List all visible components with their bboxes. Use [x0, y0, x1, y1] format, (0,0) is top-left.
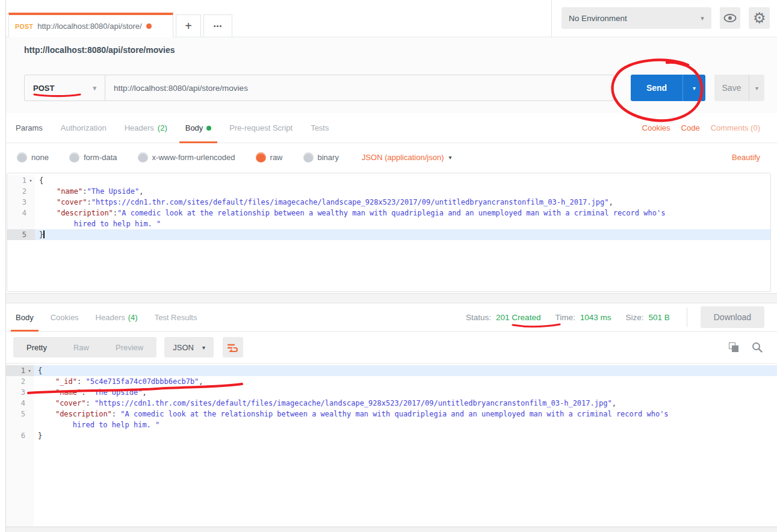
- response-format-selector[interactable]: JSON ▾: [164, 337, 214, 357]
- cookies-link[interactable]: Cookies: [642, 123, 670, 132]
- body-mode-row: none form-data x-www-form-urlencoded raw…: [6, 143, 777, 172]
- chevron-down-icon: ▾: [448, 154, 451, 161]
- download-button[interactable]: Download: [701, 306, 764, 328]
- code-line[interactable]: 6}: [6, 430, 777, 441]
- wrap-lines-icon: [228, 343, 238, 352]
- response-tab-test-results[interactable]: Test Results: [155, 303, 197, 332]
- view-raw[interactable]: Raw: [60, 337, 102, 357]
- code-text: }: [34, 430, 777, 441]
- code-line[interactable]: 3 "cover":"https://cdn1.thr.com/sites/de…: [7, 197, 770, 208]
- response-tab-headers[interactable]: Headers(4): [96, 303, 138, 332]
- request-body-editor[interactable]: 1▾{2 "name":"The Upside",3 "cover":"http…: [7, 173, 771, 292]
- url-input[interactable]: [105, 75, 614, 101]
- environment-area: No Environment ▾ ⚙: [551, 0, 777, 37]
- view-pretty[interactable]: Pretty: [13, 337, 60, 357]
- content-type-label: JSON (application/json): [362, 153, 444, 162]
- mode-binary[interactable]: binary: [303, 152, 339, 162]
- code-line[interactable]: hired to help him. ": [6, 419, 777, 430]
- code-text: "cover": "https://cdn1.thr.com/sites/def…: [34, 398, 777, 409]
- code-link[interactable]: Code: [681, 123, 700, 132]
- mode-none[interactable]: none: [17, 152, 49, 162]
- tab-params[interactable]: Params: [16, 113, 43, 143]
- line-number: 3: [6, 387, 34, 398]
- response-toolbar: Pretty Raw Preview JSON ▾: [6, 332, 777, 363]
- code-line[interactable]: 5}: [7, 229, 770, 240]
- code-line[interactable]: 2 "_id": "5c4e715fa74c07dbbb6ecb7b",: [6, 376, 777, 387]
- code-text: "description":"A comedic look at the rel…: [35, 208, 770, 218]
- code-text: "name":"The Upside",: [35, 186, 770, 197]
- request-title: http://localhost:8080/api/store/movies: [24, 45, 175, 55]
- save-options-button[interactable]: ▾: [749, 75, 764, 101]
- radio-selected-icon: [256, 152, 266, 162]
- save-button[interactable]: Save: [714, 75, 749, 101]
- line-number: 2: [7, 186, 35, 197]
- code-text: }: [35, 229, 770, 240]
- code-line[interactable]: 1▾{: [7, 175, 770, 186]
- code-line[interactable]: 4 "cover": "https://cdn1.thr.com/sites/d…: [6, 398, 777, 409]
- code-text: hired to help him. ": [34, 419, 777, 430]
- send-button[interactable]: Send: [631, 75, 683, 101]
- tab-headers[interactable]: Headers(2): [125, 113, 167, 143]
- fold-caret-icon[interactable]: ▾: [26, 175, 35, 186]
- code-line[interactable]: 1▾{: [6, 365, 777, 376]
- tab-method-label: POST: [15, 23, 33, 30]
- code-line[interactable]: hired to help him. ": [7, 218, 770, 229]
- code-text: "name": "The Upside",: [34, 387, 777, 398]
- tab-body[interactable]: Body: [185, 113, 212, 143]
- line-number: 5: [6, 409, 34, 419]
- chevron-down-icon: ▾: [93, 84, 96, 92]
- code-line[interactable]: 4 "description":"A comedic look at the r…: [7, 208, 770, 218]
- mode-form-data[interactable]: form-data: [69, 152, 117, 162]
- body-has-content-dot: [206, 126, 211, 131]
- response-tab-cookies[interactable]: Cookies: [51, 303, 79, 332]
- headers-count: (2): [158, 123, 167, 132]
- mode-raw[interactable]: raw: [256, 152, 283, 162]
- search-response-button[interactable]: [752, 342, 763, 353]
- send-options-button[interactable]: ▾: [683, 75, 705, 101]
- code-text: "description": "A comedic look at the re…: [34, 409, 777, 419]
- radio-icon: [17, 152, 27, 162]
- postman-app: POST http://localhost:8080/api/store/ + …: [5, 0, 777, 532]
- environment-selector[interactable]: No Environment ▾: [562, 7, 711, 29]
- code-text: hired to help him. ": [35, 218, 770, 229]
- response-tab-body[interactable]: Body: [16, 303, 34, 332]
- radio-icon: [138, 152, 148, 162]
- code-text: "_id": "5c4e715fa74c07dbbb6ecb7b",: [34, 376, 777, 387]
- eye-icon: [723, 13, 737, 23]
- new-tab-button[interactable]: +: [176, 14, 201, 37]
- code-text: "cover":"https://cdn1.thr.com/sites/defa…: [35, 197, 770, 208]
- copy-response-button[interactable]: [729, 342, 738, 352]
- request-response-divider: [6, 293, 777, 303]
- gear-icon: ⚙: [753, 11, 766, 25]
- line-number: 1▾: [6, 365, 34, 376]
- line-number: [6, 419, 34, 430]
- request-sub-header: http://localhost:8080/api/store/movies P…: [6, 37, 777, 113]
- chevron-down-icon: ▾: [701, 14, 704, 22]
- settings-button[interactable]: ⚙: [749, 7, 770, 29]
- code-line[interactable]: 5 "description": "A comedic look at the …: [6, 409, 777, 419]
- view-preview[interactable]: Preview: [102, 337, 156, 357]
- mode-x-www-form-urlencoded[interactable]: x-www-form-urlencoded: [138, 152, 235, 162]
- request-tab[interactable]: POST http://localhost:8080/api/store/: [8, 13, 173, 37]
- beautify-link[interactable]: Beautify: [732, 153, 760, 162]
- wrap-lines-button[interactable]: [223, 337, 243, 357]
- tab-url-label: http://localhost:8080/api/store/: [37, 22, 141, 31]
- environment-quick-look-button[interactable]: [720, 7, 741, 29]
- tab-tests[interactable]: Tests: [311, 113, 329, 143]
- line-number: 3: [7, 197, 35, 208]
- request-builder: POST ▾ Send ▾ Save ▾: [6, 63, 777, 113]
- size-label: Size:: [625, 313, 643, 322]
- tab-pre-request-script[interactable]: Pre-request Script: [229, 113, 293, 143]
- method-label: POST: [33, 84, 54, 93]
- code-line[interactable]: 2 "name":"The Upside",: [7, 186, 770, 197]
- code-line[interactable]: 3 "name": "The Upside",: [6, 387, 777, 398]
- request-editor-wrap: 1▾{2 "name":"The Upside",3 "cover":"http…: [6, 172, 777, 293]
- method-selector[interactable]: POST ▾: [24, 75, 105, 101]
- tab-authorization[interactable]: Authorization: [61, 113, 107, 143]
- tab-menu-button[interactable]: •••: [203, 14, 232, 37]
- fold-caret-icon[interactable]: ▾: [25, 365, 34, 376]
- comments-link[interactable]: Comments (0): [711, 123, 760, 132]
- line-number: 5: [7, 229, 35, 240]
- content-type-selector[interactable]: JSON (application/json) ▾: [362, 153, 452, 162]
- response-body-viewer[interactable]: 1▾{2 "_id": "5c4e715fa74c07dbbb6ecb7b",3…: [6, 363, 777, 527]
